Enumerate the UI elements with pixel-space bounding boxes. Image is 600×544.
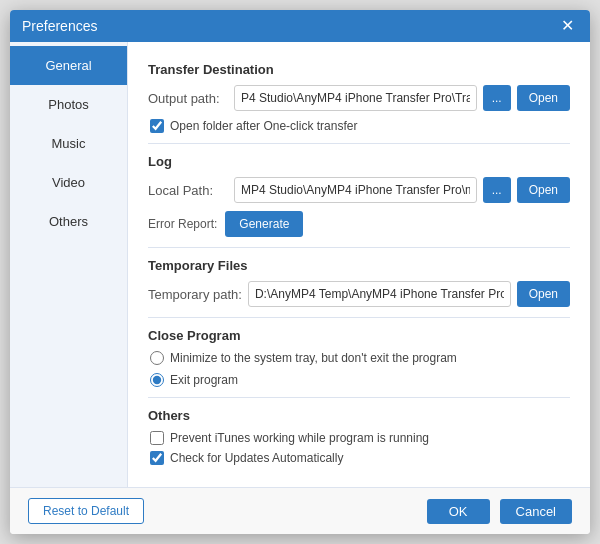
others-title: Others [148,408,570,423]
close-program-title: Close Program [148,328,570,343]
prevent-itunes-checkbox[interactable] [150,431,164,445]
log-path-label: Local Path: [148,183,228,198]
prevent-itunes-label: Prevent iTunes working while program is … [170,431,429,445]
footer: Reset to Default OK Cancel [10,487,590,534]
output-path-input[interactable] [234,85,477,111]
sidebar-item-photos[interactable]: Photos [10,85,127,124]
temp-path-label: Temporary path: [148,287,242,302]
footer-actions: OK Cancel [427,499,572,524]
temp-path-row: Temporary path: Open [148,281,570,307]
log-path-row: Local Path: ... Open [148,177,570,203]
check-updates-checkbox[interactable] [150,451,164,465]
divider-2 [148,247,570,248]
log-path-input[interactable] [234,177,477,203]
sidebar-item-video[interactable]: Video [10,163,127,202]
divider-1 [148,143,570,144]
generate-button[interactable]: Generate [225,211,303,237]
temp-path-open-button[interactable]: Open [517,281,570,307]
log-title: Log [148,154,570,169]
preferences-dialog: Preferences ✕ General Photos Music Video… [10,10,590,534]
minimize-tray-radio[interactable] [150,351,164,365]
exit-program-radio[interactable] [150,373,164,387]
open-folder-checkbox-row: Open folder after One-click transfer [150,119,570,133]
divider-4 [148,397,570,398]
cancel-button[interactable]: Cancel [500,499,572,524]
sidebar: General Photos Music Video Others [10,42,128,487]
close-button[interactable]: ✕ [557,18,578,34]
output-path-row: Output path: ... Open [148,85,570,111]
dialog-body: General Photos Music Video Others Transf… [10,42,590,487]
open-folder-label: Open folder after One-click transfer [170,119,357,133]
sidebar-item-others[interactable]: Others [10,202,127,241]
sidebar-item-general[interactable]: General [10,46,127,85]
reset-to-default-button[interactable]: Reset to Default [28,498,144,524]
temp-path-input[interactable] [248,281,511,307]
output-path-open-button[interactable]: Open [517,85,570,111]
transfer-destination-title: Transfer Destination [148,62,570,77]
log-path-open-button[interactable]: Open [517,177,570,203]
output-path-browse-button[interactable]: ... [483,85,511,111]
minimize-tray-row: Minimize to the system tray, but don't e… [150,351,570,365]
dialog-title: Preferences [22,18,97,34]
content-area: Transfer Destination Output path: ... Op… [128,42,590,487]
ok-button[interactable]: OK [427,499,490,524]
divider-3 [148,317,570,318]
prevent-itunes-row: Prevent iTunes working while program is … [150,431,570,445]
error-report-label: Error Report: [148,217,217,231]
log-path-browse-button[interactable]: ... [483,177,511,203]
titlebar: Preferences ✕ [10,10,590,42]
exit-program-row: Exit program [150,373,570,387]
check-updates-row: Check for Updates Automatically [150,451,570,465]
open-folder-checkbox[interactable] [150,119,164,133]
exit-program-label: Exit program [170,373,238,387]
error-report-row: Error Report: Generate [148,211,570,237]
sidebar-item-music[interactable]: Music [10,124,127,163]
output-path-label: Output path: [148,91,228,106]
check-updates-label: Check for Updates Automatically [170,451,343,465]
minimize-tray-label: Minimize to the system tray, but don't e… [170,351,457,365]
temp-files-title: Temporary Files [148,258,570,273]
